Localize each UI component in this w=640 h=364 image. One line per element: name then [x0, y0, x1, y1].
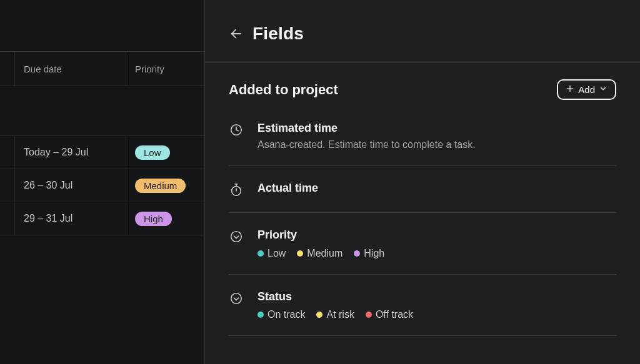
field-name: Priority	[258, 228, 616, 242]
table-row[interactable]: Today – 29 Jul Low	[0, 136, 204, 169]
table-blank-row	[0, 86, 204, 136]
field-item[interactable]: Estimated timeAsana-created. Estimate ti…	[229, 111, 616, 166]
field-body: PriorityLowMediumHigh	[258, 228, 616, 258]
priority-pill: High	[135, 212, 172, 226]
field-option: Medium	[297, 248, 342, 259]
field-options: LowMediumHigh	[258, 248, 616, 259]
chevron-circle-icon	[229, 291, 244, 306]
field-option: At risk	[316, 309, 354, 320]
task-table: Due date Priority Today – 29 Jul Low 26 …	[0, 51, 204, 235]
chevron-circle-icon	[229, 229, 244, 244]
panel-title: Fields	[252, 24, 304, 44]
table-header-row: Due date Priority	[0, 51, 204, 86]
table-row[interactable]: 29 – 31 Jul High	[0, 202, 204, 235]
field-item[interactable]: Actual time	[229, 166, 616, 213]
field-name: Actual time	[258, 181, 616, 195]
fields-panel: Fields Added to project Add Estimated ti…	[204, 0, 640, 364]
field-option: On track	[258, 309, 305, 320]
color-dot	[354, 250, 360, 257]
due-date-text: Today – 29 Jul	[24, 147, 88, 158]
chevron-down-icon	[599, 84, 608, 95]
color-dot	[258, 312, 264, 318]
field-body: StatusOn trackAt riskOff track	[258, 290, 616, 320]
field-body: Actual time	[258, 181, 616, 195]
field-item[interactable]: PriorityLowMediumHigh	[229, 213, 616, 274]
section-header: Added to project Add	[205, 63, 640, 111]
color-dot	[366, 312, 372, 318]
back-arrow-icon[interactable]	[229, 26, 244, 41]
col-header-due-date[interactable]: Due date	[15, 52, 126, 86]
color-dot	[258, 250, 264, 257]
field-name: Estimated time	[258, 121, 616, 135]
col-header-priority[interactable]: Priority	[126, 52, 204, 86]
field-desc: Asana-created. Estimate time to complete…	[258, 139, 616, 150]
add-field-button[interactable]: Add	[557, 79, 616, 100]
svg-point-8	[231, 232, 242, 242]
svg-point-9	[231, 293, 242, 304]
priority-pill: Low	[135, 145, 170, 160]
section-title: Added to project	[229, 82, 338, 98]
priority-pill: Medium	[135, 179, 186, 193]
color-dot	[316, 312, 322, 318]
plus-icon	[566, 84, 574, 95]
field-item[interactable]: StatusOn trackAt riskOff track	[229, 275, 616, 336]
color-dot	[297, 250, 303, 257]
field-body: Estimated timeAsana-created. Estimate ti…	[258, 121, 616, 150]
field-name: Status	[258, 290, 616, 304]
field-option: Low	[258, 248, 286, 259]
background-table-area: Due date Priority Today – 29 Jul Low 26 …	[0, 0, 204, 364]
field-options: On trackAt riskOff track	[258, 309, 616, 320]
panel-header: Fields	[205, 0, 640, 63]
due-date-text: 29 – 31 Jul	[24, 213, 72, 224]
clock-icon	[229, 122, 244, 137]
field-option: High	[354, 248, 384, 259]
table-row[interactable]: 26 – 30 Jul Medium	[0, 169, 204, 202]
stopwatch-icon	[229, 182, 244, 197]
due-date-text: 26 – 30 Jul	[24, 180, 72, 191]
field-option: Off track	[366, 309, 413, 320]
add-button-label: Add	[578, 84, 595, 95]
field-list: Estimated timeAsana-created. Estimate ti…	[205, 111, 640, 336]
